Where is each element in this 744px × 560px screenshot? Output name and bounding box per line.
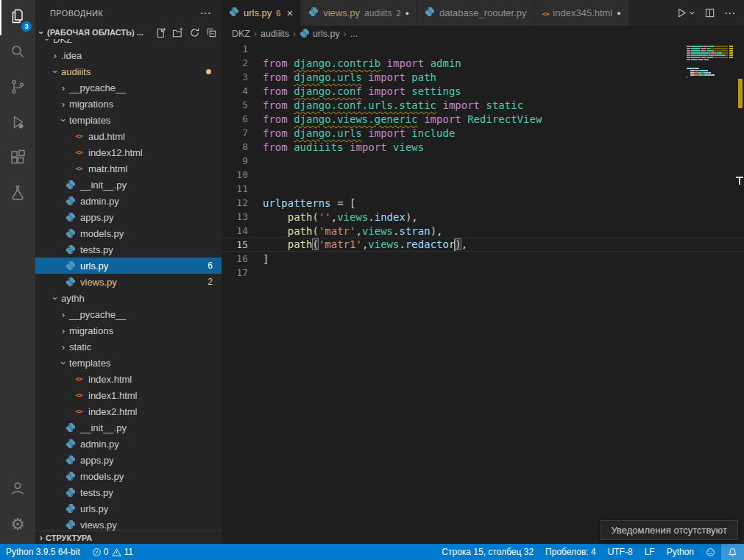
tab-index345.html[interactable]: <>index345.html●	[535, 0, 629, 26]
notifications-bell-button[interactable]	[721, 544, 744, 560]
tree-item-urls.py[interactable]: urls.py6	[35, 258, 222, 274]
tab-label: index345.html	[553, 7, 612, 18]
tab-views.py[interactable]: views.pyaudiiits2●	[301, 0, 417, 26]
activity-testing-button[interactable]	[0, 177, 35, 212]
encoding-status[interactable]: UTF-8	[602, 544, 639, 560]
tree-item-label: templates	[69, 115, 110, 126]
code-line-11[interactable]: 11	[222, 182, 744, 196]
breadcrumb-item-urls.py[interactable]: urls.py	[300, 28, 340, 40]
new-file-icon[interactable]	[155, 27, 166, 38]
code-line-4[interactable]: 4from django.conf import settings	[222, 84, 744, 98]
tree-item-matr.html[interactable]: <>matr.html	[35, 160, 222, 177]
tree-item-index2.html[interactable]: <>index2.html	[35, 403, 222, 419]
code-line-2[interactable]: 2from django.contrib import admin	[222, 56, 744, 70]
tree-item-__init__.py[interactable]: __init__.py	[35, 419, 222, 436]
code-line-3[interactable]: 3from django.urls import path	[222, 70, 744, 84]
activity-explorer-button[interactable]: 3	[0, 0, 35, 35]
tab-urls.py[interactable]: urls.py6×	[222, 0, 301, 26]
tree-item-index12.html[interactable]: <>index12.html	[35, 144, 222, 160]
tree-item-index.html[interactable]: <>index.html	[35, 371, 222, 387]
tab-database_roouter.py[interactable]: database_roouter.py	[417, 0, 535, 26]
split-editor-icon[interactable]	[704, 7, 715, 18]
eol-status[interactable]: LF	[639, 544, 661, 560]
code-line-5[interactable]: 5from django.conf.urls.static import sta…	[222, 98, 744, 112]
code-line-10[interactable]: 10	[222, 168, 744, 182]
code-token: include	[411, 127, 455, 139]
code-line-14[interactable]: 14 path('matr',views.stran),	[222, 224, 744, 238]
tree-item-label: aythh	[61, 293, 85, 304]
breadcrumb-item-DKZ[interactable]: DKZ	[232, 29, 250, 39]
tree-item-templates[interactable]: ›templates	[35, 112, 222, 128]
tree-item-__init__.py[interactable]: __init__.py	[35, 177, 222, 193]
tree-item-aythh[interactable]: ›aythh	[35, 290, 222, 306]
activity-extensions-button[interactable]	[0, 141, 35, 177]
tree-item-__pycache__[interactable]: ›__pycache__	[35, 306, 222, 322]
close-icon[interactable]: ×	[286, 7, 293, 19]
tree-item-.idea[interactable]: ›.idea	[35, 47, 222, 63]
code-token: ),	[431, 225, 443, 237]
tree-item-__pycache__[interactable]: ›__pycache__	[35, 79, 222, 96]
tree-item-admin.py[interactable]: admin.py	[35, 193, 222, 209]
tree-item-tests.py[interactable]: tests.py	[35, 484, 222, 500]
tree-item-migrations[interactable]: ›migrations	[35, 322, 222, 339]
problems-status[interactable]: 0 11	[86, 544, 139, 560]
language-mode-status[interactable]: Python	[661, 544, 700, 560]
activity-run-debug-button[interactable]	[0, 106, 35, 141]
notification-toast[interactable]: Уведомления отсутствуют	[600, 520, 738, 540]
code-line-15[interactable]: 15 path('matr1',views.redactor),	[222, 238, 744, 252]
code-line-7[interactable]: 7from django.urls import include	[222, 126, 744, 140]
code-line-13[interactable]: 13 path('',views.index),	[222, 210, 744, 224]
indentation-status[interactable]: Пробелов: 4	[539, 544, 602, 560]
tree-item-templates[interactable]: ›templates	[35, 355, 222, 371]
tree-item-apps.py[interactable]: apps.py	[35, 209, 222, 225]
minimap-line	[687, 63, 728, 65]
new-folder-icon[interactable]	[172, 27, 183, 38]
settings-icon: ⚙	[10, 517, 25, 533]
activity-account-button[interactable]	[0, 472, 35, 507]
code-line-6[interactable]: 6from django.views.generic import Redire…	[222, 112, 744, 126]
activity-source-control-button[interactable]	[0, 71, 35, 106]
tree-item-urls.py[interactable]: urls.py	[35, 500, 222, 517]
tree-item-static[interactable]: ›static	[35, 339, 222, 355]
minimap-line	[687, 48, 728, 49]
activity-settings-button[interactable]: ⚙	[0, 507, 35, 542]
code-line-16[interactable]: 16]	[222, 252, 744, 266]
tree-item-admin.py[interactable]: admin.py	[35, 436, 222, 452]
minimap[interactable]	[687, 43, 734, 81]
workspace-section-header[interactable]: › (РАБОЧАЯ ОБЛАСТЬ) ...	[35, 26, 222, 39]
tree-item-index1.html[interactable]: <>index1.html	[35, 387, 222, 403]
minimap-segment	[701, 48, 706, 49]
tree-item-audiiits[interactable]: ›audiiits	[35, 63, 222, 79]
code-line-12[interactable]: 12urlpatterns = [	[222, 196, 744, 210]
outline-section-header[interactable]: › СТРУКТУРА	[35, 531, 222, 544]
collapse-all-icon[interactable]	[206, 27, 217, 38]
refresh-icon[interactable]	[189, 27, 200, 38]
code-token: .	[399, 238, 405, 250]
breadcrumb-item-...[interactable]: ...	[350, 29, 358, 39]
code-token: urlpatterns	[263, 197, 331, 209]
code-line-9[interactable]: 9	[222, 154, 744, 168]
python-interpreter-status[interactable]: Python 3.9.5 64-bit	[0, 544, 86, 560]
cursor-position-status[interactable]: Строка 15, столбец 32	[436, 544, 539, 560]
more-actions-icon[interactable]: ⋯	[200, 7, 211, 20]
tree-item-tests.py[interactable]: tests.py	[35, 241, 222, 258]
code-token: django.urls	[294, 71, 362, 83]
overview-ruler[interactable]	[736, 42, 744, 544]
more-actions-icon[interactable]: ⋯	[724, 7, 735, 20]
code-line-1[interactable]: 1	[222, 42, 744, 56]
run-button[interactable]	[676, 7, 695, 18]
tree-item-models.py[interactable]: models.py	[35, 225, 222, 241]
feedback-button[interactable]	[700, 544, 721, 560]
code-line-17[interactable]: 17	[222, 266, 744, 280]
line-number: 16	[222, 253, 263, 264]
tree-item-models.py[interactable]: models.py	[35, 468, 222, 484]
chevron-right-icon: ›	[49, 50, 61, 61]
activity-search-button[interactable]	[0, 35, 35, 71]
tree-item-apps.py[interactable]: apps.py	[35, 452, 222, 468]
tree-item-aud.html[interactable]: <>aud.html	[35, 128, 222, 144]
code-line-8[interactable]: 8from audiiits import views	[222, 140, 744, 154]
tree-item-migrations[interactable]: ›migrations	[35, 96, 222, 112]
code-editor[interactable]: 12from django.contrib import admin3from …	[222, 42, 744, 544]
tree-item-views.py[interactable]: views.py2	[35, 274, 222, 290]
breadcrumb-item-audiiits[interactable]: audiiits	[261, 29, 289, 39]
